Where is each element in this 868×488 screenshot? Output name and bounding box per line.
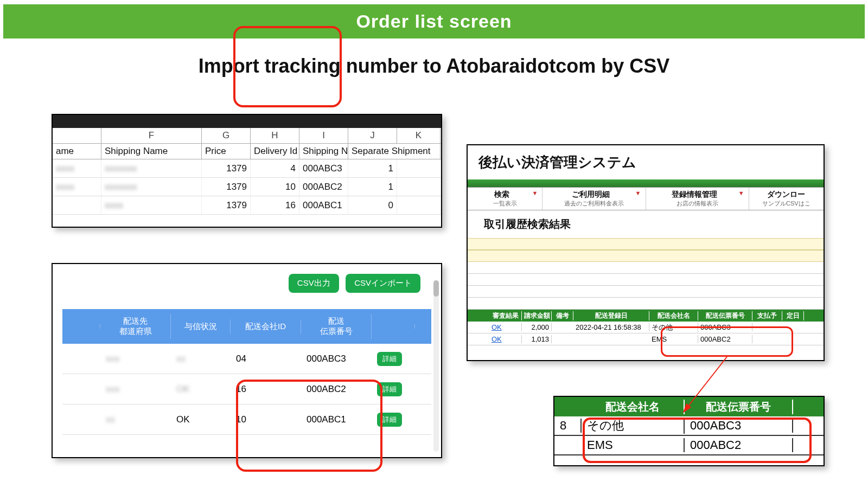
cell-price: 1379 [202,159,251,177]
admin-table-header: 審査結果 請求金額 備考 配送登録日 配送会社名 配送伝票番号 支払予 定日 [468,310,824,322]
nav-usage[interactable]: ご利用明細▼ 過去のご利用料金表示 [542,188,646,210]
cell-slip: 000ABC2 [301,382,372,397]
col-F: F [101,128,202,143]
th-pay: 支払予 [752,311,782,320]
nav-registration[interactable]: 登録情報管理▼ お店の情報表示 [646,188,749,210]
spreadsheet-top-dark [53,115,441,128]
th-slip: 配送伝票番号 [698,311,752,320]
zoom-header: 配送会社名 配送伝票番号 [554,397,824,416]
cell-carrier: EMS [649,335,698,343]
admin-nav: 検索▼ 一覧表示 ご利用明細▼ 過去のご利用料金表示 登録情報管理▼ お店の情報… [468,187,824,210]
cell-slip: 000ABC1 [301,412,372,427]
header-carrier-id: 配送会社ID [231,319,301,334]
cell-delivery-id: 10 [251,178,299,196]
cell-slip: 000ABC3 [698,323,752,331]
cell-carrier-id: 04 [231,351,301,367]
cell-slip: 000ABC3 [301,351,372,367]
cell-shipping-n: 000ABC3 [299,159,348,177]
spreadsheet-col-letters: F G H I J K [53,128,441,144]
admin-system-panel: 後払い決済管理システム 検索▼ 一覧表示 ご利用明細▼ 過去のご利用料金表示 登… [467,144,825,361]
title-bar: Order list screen [3,4,865,38]
nav-search[interactable]: 検索▼ 一覧表示 [468,188,542,210]
header-credit: 与信状況 [171,319,231,334]
zoom-cell-carrier: EMS [582,438,685,452]
col-G: G [202,128,251,143]
th-date: 定日 [782,311,804,320]
cell-credit: OK [171,382,231,397]
cell-shipping-n: 000ABC1 [299,196,348,214]
th-regdate: 配送登録日 [573,311,649,320]
cell-amount: 1,013 [522,335,552,343]
cell-sep: 1 [348,159,397,177]
cell-price: 1379 [202,178,251,196]
zoom-cell-index: 8 [554,419,582,433]
cell-ok[interactable]: OK [489,335,522,343]
spreadsheet-label-row: ame Shipping Name Price Delivery Id Ship… [53,144,441,159]
th-result: 審査結果 [489,311,522,320]
col-H: H [251,128,299,143]
spreadsheet-row: xxxx 1379 16 000ABC1 0 [53,196,441,215]
cell-slip: 000ABC2 [698,335,752,343]
cell-delivery-id: 4 [251,159,299,177]
detail-button[interactable]: 詳細 [377,413,402,427]
detail-button[interactable]: 詳細 [377,382,402,396]
cell-delivery-id: 16 [251,196,299,214]
cell-credit: OK [171,412,231,427]
spreadsheet-row: xxxx xxxxxxx 1379 10 000ABC2 1 [53,178,441,196]
cell-price: 1379 [202,196,251,214]
col-J: J [348,128,397,143]
label-ame: ame [53,144,101,159]
label-shipping-name: Shipping Name [101,144,202,159]
app-table-header: 配送先 都道府県 与信状況 配送会社ID 配送 伝票番号 [62,309,431,344]
app-table-panel: CSV出力 CSVインポート 配送先 都道府県 与信状況 配送会社ID 配送 伝… [52,263,442,458]
label-price: Price [202,144,251,159]
zoom-row: 8 その他 000ABC3 [554,416,824,436]
csv-export-button[interactable]: CSV出力 [289,274,339,293]
cell-shipping-n: 000ABC2 [299,178,348,196]
result-title: 取引履歴検索結果 [468,210,824,238]
cell-date: 2022-04-21 16:58:38 [573,323,649,331]
label-separate-shipment: Separate Shipment [348,144,441,159]
col-K: K [397,128,441,143]
spreadsheet-row: xxxx xxxxxxx 1379 4 000ABC3 1 [53,159,441,178]
admin-row: OK 1,013 EMS 000ABC2 [468,333,824,345]
admin-system-title: 後払い決済管理システム [468,145,824,179]
col-I: I [299,128,348,143]
cell-carrier-id: 16 [231,382,301,397]
header-slip: 配送 伝票番号 [301,314,372,339]
label-shipping-n: Shipping N [299,144,348,159]
table-row: xxx xx 04 000ABC3 詳細 [62,344,431,374]
zoom-th-carrier: 配送会社名 [582,400,685,414]
zoom-cell-slip: 000ABC3 [685,419,793,433]
spreadsheet-panel: F G H I J K ame Shipping Name Price Deli… [52,114,442,228]
th-note: 備考 [552,311,573,320]
header-pref: 配送先 都道府県 [100,314,171,339]
zoom-cell-carrier: その他 [582,418,685,434]
nav-download[interactable]: ダウンロー サンプルCSVはこ [749,188,824,210]
cell-sep: 0 [348,196,397,214]
subtitle: Import tracking number to Atobaraidotcom… [0,55,868,78]
cell-amount: 2,000 [522,323,552,331]
cell-carrier-id: 10 [231,412,301,427]
table-row: xxx OK 16 000ABC2 詳細 [62,374,431,404]
csv-import-button[interactable]: CSVインポート [346,274,420,293]
scrollbar[interactable] [433,280,439,452]
cell-carrier: その他 [649,323,698,332]
detail-button[interactable]: 詳細 [377,352,402,366]
cell-ok[interactable]: OK [489,323,522,331]
admin-row: OK 2,000 2022-04-21 16:58:38 その他 000ABC3 [468,322,824,333]
cell-sep: 1 [348,178,397,196]
zoom-th-slip: 配送伝票番号 [685,400,793,414]
zoom-row: EMS 000ABC2 [554,436,824,455]
th-amount: 請求金額 [522,311,552,320]
label-delivery-id: Delivery Id [251,144,299,159]
zoom-cell-slip: 000ABC2 [685,438,793,452]
zoom-panel: 配送会社名 配送伝票番号 8 その他 000ABC3 EMS 000ABC2 [553,396,825,466]
th-carrier: 配送会社名 [649,311,698,320]
table-row: xx OK 10 000ABC1 詳細 [62,404,431,435]
